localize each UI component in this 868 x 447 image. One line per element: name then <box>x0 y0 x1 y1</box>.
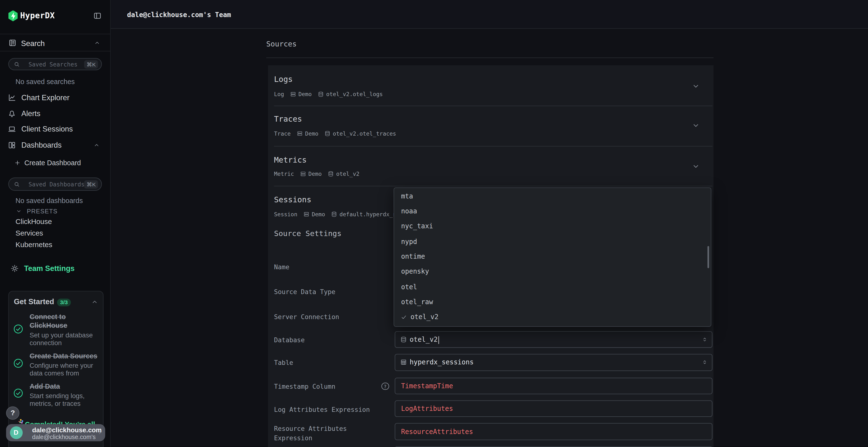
sidebar-item-kubernetes[interactable]: Kubernetes <box>16 240 98 251</box>
get-started-badge: 3/3 <box>57 299 71 306</box>
source-row-metrics-title: Metrics <box>274 155 306 164</box>
chevron-right-icon <box>97 430 102 435</box>
check-circle-icon <box>13 388 23 398</box>
get-started-item[interactable]: Connect to ClickHouse Set up your databa… <box>30 312 106 346</box>
check-icon <box>401 314 406 320</box>
chevron-down-icon[interactable] <box>692 122 700 129</box>
sidebar-item-chart-explorer[interactable]: Chart Explorer <box>0 90 111 105</box>
help-button[interactable]: ? <box>6 406 19 419</box>
table-select[interactable]: hyperdx_sessions <box>395 354 712 371</box>
create-dashboard-button[interactable]: Create Dashboard <box>14 158 81 167</box>
log-attributes-label: Log Attributes Expression <box>274 406 370 413</box>
divider <box>274 146 712 146</box>
app-root: HyperDX Search ⌘K No saved searches Char… <box>0 0 868 447</box>
resource-attributes-label: Resource Attributes Expression <box>274 424 365 443</box>
no-saved-searches-text: No saved searches <box>16 78 75 85</box>
timestamp-column-label: Timestamp Column <box>274 383 335 390</box>
sidebar-item-dashboards[interactable]: Dashboards <box>0 138 111 153</box>
divider <box>274 186 712 186</box>
confetti-icon <box>18 420 20 421</box>
dropdown-option[interactable]: noaa <box>395 204 705 219</box>
database-icon <box>318 91 324 97</box>
sidebar-item-services[interactable]: Services <box>16 229 98 240</box>
chart-explorer-icon <box>8 94 16 102</box>
database-icon <box>331 211 337 217</box>
help-icon[interactable]: ? <box>381 382 389 390</box>
sidebar-item-client-sessions[interactable]: Client Sessions <box>0 122 111 137</box>
dropdown-option[interactable]: opensky <box>395 265 705 280</box>
updown-icon <box>702 359 707 366</box>
sidebar-item-clickhouse[interactable]: ClickHouse <box>16 217 98 228</box>
dropdown-scrollbar[interactable] <box>707 246 709 268</box>
source-row-traces-meta: Trace Demo otel_v2.otel_traces <box>274 130 396 137</box>
gear-icon <box>10 264 19 272</box>
chevron-up-icon[interactable] <box>94 40 100 46</box>
saved-searches-searchbox[interactable]: ⌘K <box>8 58 102 70</box>
server-icon <box>304 211 310 217</box>
user-subtitle: dale@clickhouse.com's <box>32 434 95 440</box>
user-menu[interactable]: D dale@clickhouse.com dale@clickhouse.co… <box>6 424 105 441</box>
dropdown-option[interactable]: otel_raw <box>395 295 705 310</box>
text-caret <box>438 336 439 344</box>
user-name: dale@clickhouse.com <box>32 426 102 434</box>
alerts-icon <box>8 110 16 118</box>
database-icon <box>328 171 334 177</box>
kbd-shortcut: ⌘K <box>84 180 98 188</box>
source-row-metrics-meta: Metric Demo otel_v2 <box>274 171 359 177</box>
source-row-sessions-title: Sessions <box>274 195 311 204</box>
source-data-type-label: Source Data Type <box>274 288 335 296</box>
database-icon <box>324 131 331 137</box>
dropdown-option[interactable]: mta <box>395 189 705 204</box>
plus-icon <box>14 160 20 166</box>
updown-icon <box>702 336 707 343</box>
get-started-item[interactable]: Add Data Start sending logs, metrics, or… <box>30 382 106 407</box>
brand-title: HyperDX <box>20 11 55 20</box>
server-icon <box>297 131 303 137</box>
source-row-traces-title: Traces <box>274 114 302 123</box>
saved-dashboards-searchbox[interactable]: ⌘K <box>8 177 102 191</box>
saved-searches-input[interactable] <box>28 58 89 70</box>
kbd-shortcut: ⌘K <box>84 60 98 68</box>
source-settings-title: Source Settings <box>274 229 341 238</box>
get-started-item[interactable]: Create Data Sources Configure where your… <box>30 352 106 377</box>
collapse-sidebar-icon[interactable] <box>93 11 102 20</box>
dropdown-option[interactable]: ontime <box>395 249 705 265</box>
chevron-up-icon[interactable] <box>94 142 100 148</box>
chevron-down-icon[interactable] <box>692 162 700 170</box>
avatar: D <box>10 426 23 439</box>
source-row-logs-meta: Log Demo otel_v2.otel_logs <box>274 91 383 98</box>
database-select[interactable]: otel_v2 <box>395 331 712 347</box>
search-section-label: Search <box>21 39 44 47</box>
timestamp-column-field[interactable]: TimestampTime <box>395 377 712 394</box>
table-label: Table <box>274 358 293 366</box>
presets-toggle[interactable]: PRESETS <box>16 205 58 215</box>
divider <box>266 57 713 58</box>
sidebar: HyperDX Search ⌘K No saved searches Char… <box>0 0 111 447</box>
dropdown-option[interactable]: nypd <box>395 234 705 249</box>
chevron-down-icon[interactable] <box>692 82 700 90</box>
client-sessions-icon <box>8 125 16 133</box>
database-label: Database <box>274 336 305 344</box>
dropdown-option[interactable]: otel <box>395 280 705 295</box>
check-circle-icon <box>13 324 23 334</box>
dropdown-option-selected[interactable]: otel_v2 <box>395 310 705 325</box>
database-dropdown: mta noaa nyc_taxi nypd ontime opensky ot… <box>393 187 711 326</box>
sidebar-item-team-settings[interactable]: Team Settings <box>10 263 75 274</box>
dropdown-option[interactable]: nyc_taxi <box>395 219 705 234</box>
search-icon <box>13 181 20 187</box>
page-title: dale@clickhouse.com's Team <box>127 11 231 19</box>
no-saved-dashboards-text: No saved dashboards <box>16 197 83 204</box>
saved-dashboards-input[interactable] <box>28 178 89 190</box>
server-icon <box>300 171 306 177</box>
sidebar-item-alerts[interactable]: Alerts <box>0 106 111 122</box>
name-label: Name <box>274 263 289 271</box>
chevron-up-icon[interactable] <box>91 299 98 305</box>
dashboards-icon <box>8 141 16 149</box>
resource-attributes-field[interactable]: ResourceAttributes <box>395 423 712 440</box>
log-attributes-field[interactable]: LogAttributes <box>395 400 712 417</box>
database-icon <box>400 336 407 343</box>
check-circle-icon <box>13 358 23 368</box>
hyperdx-logo-icon <box>8 10 18 21</box>
server-connection-label: Server Connection <box>274 313 339 320</box>
search-section-header[interactable]: Search <box>0 34 111 51</box>
